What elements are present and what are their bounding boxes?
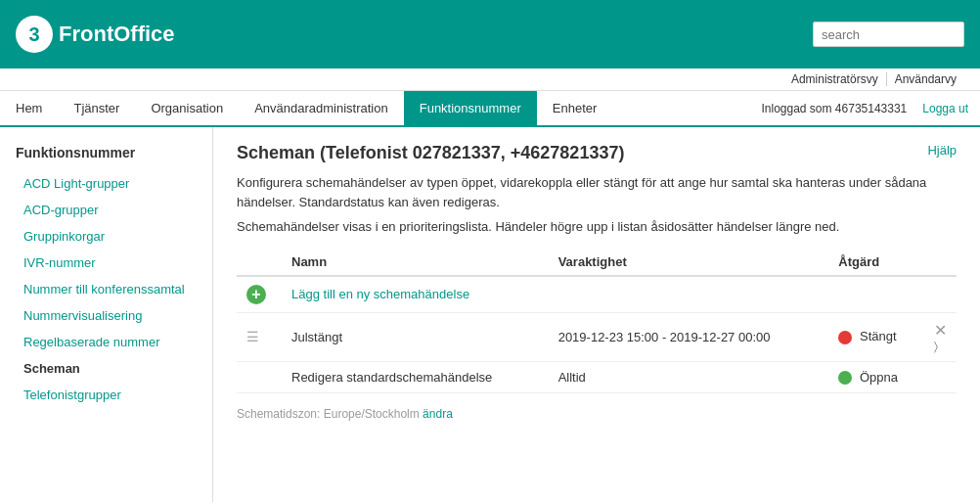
page-title: Scheman (Telefonist 027821337, +46278213… [237, 143, 624, 163]
description: Konfigurera schemahändelser av typen öpp… [237, 173, 957, 237]
top-links-bar: Administratörsvy Användarvy [0, 68, 980, 91]
description-p2: Schemahändelser visas i en prioriterings… [237, 217, 957, 237]
sidebar-item-gruppinkorgar[interactable]: Gruppinkorgar [0, 223, 212, 250]
col-duration: Varaktighet [549, 249, 829, 276]
header: 3 FrontOffice [0, 0, 980, 68]
navbar: Hem Tjänster Organisation Användaradmini… [0, 91, 980, 127]
sidebar-item-nummervis[interactable]: Nummervisualisering [0, 302, 212, 329]
sidebar-item-konferens[interactable]: Nummer till konferenssamtal [0, 276, 212, 302]
logout-link[interactable]: Logga ut [922, 102, 968, 115]
nav-item-organisation[interactable]: Organisation [135, 91, 239, 125]
row1-duration: 2019-12-23 15:00 - 2019-12-27 00:00 [549, 312, 829, 361]
table-header: Namn Varaktighet Åtgärd [237, 249, 957, 276]
status-dot-red [838, 331, 852, 344]
col-action: Åtgärd [828, 249, 924, 276]
schedule-table: Namn Varaktighet Åtgärd + Lägg till en n… [237, 249, 957, 394]
nav-item-hem[interactable]: Hem [0, 91, 58, 125]
row1-action: Stängt [828, 312, 924, 361]
search-input[interactable] [813, 22, 964, 47]
content-header: Scheman (Telefonist 027821337, +46278213… [237, 143, 957, 163]
sidebar-item-regelbaserade[interactable]: Regelbaserade nummer [0, 329, 212, 355]
status-dot-green [838, 371, 852, 385]
sidebar-title: Funktionsnummer [0, 139, 212, 170]
row2-duration: Alltid [549, 361, 829, 393]
col-delete [924, 249, 957, 276]
delete-icon[interactable]: ✕ [934, 322, 947, 339]
row2-action: Öppna [828, 361, 924, 393]
add-schedule-row[interactable]: + Lägg till en ny schemahändelse [237, 276, 957, 313]
drag-icon: ☰ [246, 329, 259, 344]
logo-area: 3 FrontOffice [16, 16, 175, 53]
drag-cell-2 [237, 361, 282, 393]
nav-item-tjanster[interactable]: Tjänster [58, 91, 135, 125]
nav-item-anvandareadmin[interactable]: Användaradministration [239, 91, 404, 125]
sidebar-item-ivr[interactable]: IVR-nummer [0, 250, 212, 276]
cursor-pointer-icon: 〉 [934, 340, 947, 353]
admin-view-link[interactable]: Administratörsvy [783, 72, 887, 86]
sidebar-item-scheman[interactable]: Scheman [0, 355, 212, 382]
logo-icon: 3 [16, 16, 53, 53]
sidebar: Funktionsnummer ACD Light-grupper ACD-gr… [0, 127, 213, 502]
row2-action-label: Öppna [860, 370, 898, 385]
timezone-row: Schematidszon: Europe/Stockholm ändra [237, 407, 957, 421]
content-area: Scheman (Telefonist 027821337, +46278213… [213, 127, 980, 502]
table-row: Redigera standardschemahändelse Alltid Ö… [237, 361, 957, 393]
nav-item-enheter[interactable]: Enheter [537, 91, 613, 125]
logged-in-label: Inloggad som 46735143331 [761, 102, 907, 115]
row1-delete-cell[interactable]: ✕ 〉 [924, 312, 957, 361]
main-layout: Funktionsnummer ACD Light-grupper ACD-gr… [0, 127, 980, 502]
sidebar-item-acd-grupper[interactable]: ACD-grupper [0, 197, 212, 223]
user-view-link[interactable]: Användarvy [887, 72, 964, 86]
col-name: Namn [282, 249, 549, 276]
drag-cell-1[interactable]: ☰ [237, 312, 282, 361]
logo-text: FrontOffice [59, 22, 175, 47]
sidebar-item-acd-light[interactable]: ACD Light-grupper [0, 170, 212, 197]
nav-right: Inloggad som 46735143331 Logga ut [761, 102, 980, 115]
timezone-change-link[interactable]: ändra [423, 407, 453, 421]
col-drag [237, 249, 282, 276]
help-link[interactable]: Hjälp [927, 143, 957, 158]
row1-action-label: Stängt [860, 329, 897, 343]
row2-delete-cell [924, 361, 957, 393]
add-schedule-label: Lägg till en ny schemahändelse [282, 276, 957, 313]
nav-item-funktionsnummer[interactable]: Funktionsnummer [404, 91, 537, 125]
table-row: ☰ Julstängt 2019-12-23 15:00 - 2019-12-2… [237, 312, 957, 361]
description-p1: Konfigurera schemahändelser av typen öpp… [237, 173, 957, 211]
row1-name[interactable]: Julstängt [282, 312, 549, 361]
timezone-label: Schematidszon: Europe/Stockholm [237, 407, 420, 421]
row2-name[interactable]: Redigera standardschemahändelse [282, 361, 549, 393]
add-icon: + [246, 285, 266, 304]
add-icon-cell: + [237, 276, 282, 313]
nav-items: Hem Tjänster Organisation Användaradmini… [0, 91, 761, 125]
sidebar-item-telefonist[interactable]: Telefonistgrupper [0, 382, 212, 408]
